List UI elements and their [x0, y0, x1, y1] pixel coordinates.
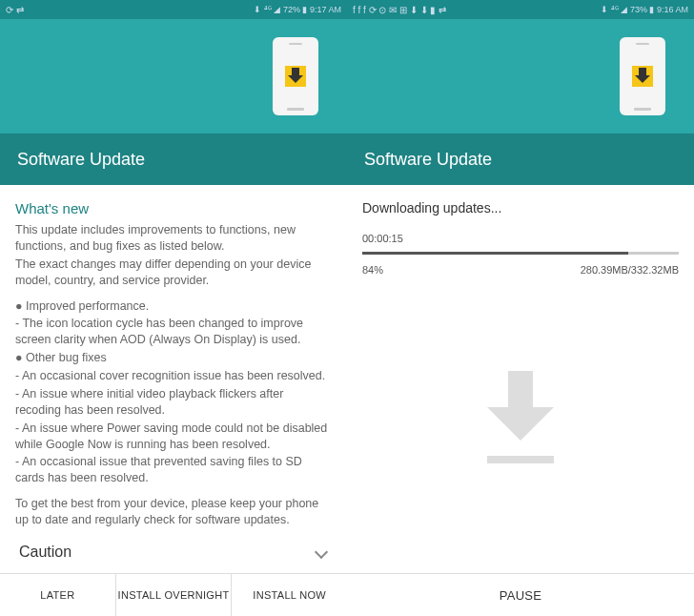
download-arrow-icon	[285, 66, 306, 87]
whats-new-heading: What's new	[15, 200, 332, 216]
phone-download-icon	[620, 37, 665, 115]
screen-update-info: ⟳ ⇄ ⬇ ⁴ᴳ ◢ 72% ▮ 9:17 AM Software Update…	[0, 0, 347, 616]
status-right: ⬇ ⁴ᴳ ◢ 73% ▮ 9:16 AM	[601, 5, 688, 14]
status-bar: f f f ⟳ ⊙ ✉ ⊞ ⬇ ⬇ ▮ ⇄ ⬇ ⁴ᴳ ◢ 73% ▮ 9:16 …	[347, 0, 694, 19]
download-arrow-icon	[632, 66, 653, 87]
later-button[interactable]: LATER	[0, 574, 116, 616]
progress-bar	[362, 252, 679, 255]
caution-expander[interactable]: Caution	[15, 530, 332, 568]
progress-stats: 84% 280.39MB/332.32MB	[362, 264, 679, 276]
hero-banner	[347, 19, 694, 133]
action-button-row: PAUSE	[347, 573, 694, 616]
downloading-label: Downloading updates...	[362, 200, 679, 216]
body-line: - An issue where Power saving mode could…	[15, 421, 332, 453]
status-right-text: ⬇ ⁴ᴳ ◢ 72% ▮ 9:17 AM	[254, 5, 341, 14]
body-line: The exact changes may differ depending o…	[15, 257, 332, 289]
arrow-base-icon	[487, 456, 554, 463]
progress-size: 280.39MB/332.32MB	[581, 264, 679, 276]
progress-fill	[362, 252, 628, 255]
chevron-down-icon	[315, 545, 328, 559]
hero-banner	[0, 19, 347, 133]
status-right: ⬇ ⁴ᴳ ◢ 72% ▮ 9:17 AM	[254, 5, 341, 14]
action-button-row: LATER INSTALL OVERNIGHT INSTALL NOW	[0, 573, 347, 616]
page-title: Software Update	[0, 133, 347, 185]
body-line: ● Other bug fixes	[15, 350, 332, 366]
page-title: Software Update	[347, 133, 694, 185]
body-line: This update includes improvements to fun…	[15, 222, 332, 255]
whats-new-body: This update includes improvements to fun…	[15, 222, 332, 530]
status-left-icons: f f f ⟳ ⊙ ✉ ⊞ ⬇ ⬇ ▮ ⇄	[353, 5, 446, 15]
download-large-icon	[362, 276, 679, 558]
install-now-button[interactable]: INSTALL NOW	[232, 574, 347, 616]
phone-download-icon	[273, 37, 318, 115]
status-left-icons: ⟳ ⇄	[6, 5, 24, 15]
body-line: - The icon location cycle has been chang…	[15, 316, 332, 348]
caution-label: Caution	[19, 544, 71, 561]
download-progress-section: Downloading updates... 00:00:15 84% 280.…	[347, 185, 694, 573]
screen-downloading: f f f ⟳ ⊙ ✉ ⊞ ⬇ ⬇ ▮ ⇄ ⬇ ⁴ᴳ ◢ 73% ▮ 9:16 …	[347, 0, 694, 616]
install-overnight-button[interactable]: INSTALL OVERNIGHT	[116, 574, 233, 616]
body-line: ● Improved performance.	[15, 298, 332, 315]
status-right-text: ⬇ ⁴ᴳ ◢ 73% ▮ 9:16 AM	[601, 5, 688, 14]
elapsed-time: 00:00:15	[362, 233, 679, 244]
body-line: To get the best from your device, please…	[15, 496, 332, 528]
progress-percent: 84%	[362, 264, 383, 276]
arrow-down-icon	[487, 371, 554, 442]
body-line: - An issue where initial video playback …	[15, 386, 332, 419]
pause-button[interactable]: PAUSE	[347, 574, 694, 616]
whats-new-section: What's new This update includes improvem…	[0, 185, 347, 573]
body-line: - An occasional issue that prevented sav…	[15, 454, 332, 486]
body-line: - An occasional cover recognition issue …	[15, 368, 332, 384]
status-bar: ⟳ ⇄ ⬇ ⁴ᴳ ◢ 72% ▮ 9:17 AM	[0, 0, 347, 19]
